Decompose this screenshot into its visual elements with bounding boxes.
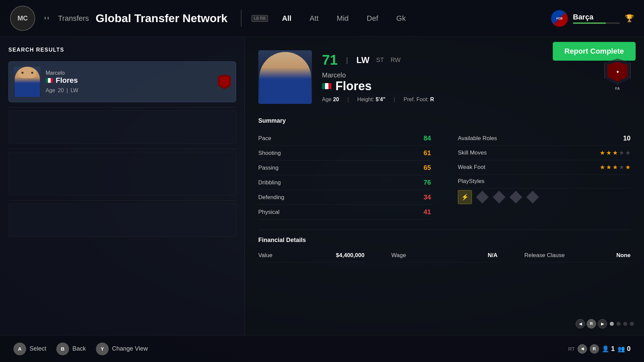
stat-physical: Physical 41 (258, 205, 431, 220)
card-club-crest (218, 74, 231, 89)
player-lastname-detail: Flores (335, 79, 372, 93)
left-stats: Pace 84 Shooting 61 Passing 65 Dribbling… (258, 131, 431, 220)
tab-def[interactable]: Def (359, 11, 385, 25)
action-select[interactable]: A Select (13, 343, 46, 355)
right-panel-detail: Report Complete ⚜ FA 71 | LW ST RW (245, 37, 644, 335)
action-y-btn[interactable]: Y (96, 343, 109, 355)
wstar-5: ★ (625, 164, 631, 171)
rating-divider: | (346, 56, 348, 64)
action-back[interactable]: B Back (56, 343, 86, 355)
playstyle-icon-1 (476, 191, 489, 203)
player-avatar-small (14, 67, 41, 97)
r-circle-btn[interactable]: ◀ (578, 344, 587, 354)
club-crest-detail: ⚜ FA (604, 59, 631, 90)
mexico-flag (46, 78, 53, 83)
action-change-view[interactable]: Y Change View (96, 343, 148, 355)
stat-defending: Defending 34 (258, 190, 431, 205)
action-select-label: Select (30, 345, 46, 352)
player-fullname: Marcelo Flores (322, 71, 631, 93)
star-1: ★ (600, 149, 605, 157)
page-dot-4 (630, 322, 634, 326)
page-dot-3 (623, 322, 627, 326)
wstar-4: ★ (619, 164, 624, 171)
stat-available-roles: Available Roles 10 (458, 131, 631, 146)
height-value: 5'4" (376, 97, 385, 102)
player-card-firstname: Marcelo (46, 70, 213, 76)
wstar-1: ★ (600, 164, 605, 171)
report-complete-button[interactable]: Report Complete (553, 42, 636, 61)
fin-value-row: Value $4,400,000 (258, 249, 365, 262)
player-card-position: LW (70, 87, 78, 94)
rt-section: RT ◀ R 👤 1 👥 0 (568, 344, 631, 354)
player-firstname-detail: Marcelo (322, 71, 631, 79)
bottom-actions: A Select B Back Y Change View (13, 343, 148, 355)
playstyle-icon-4 (526, 191, 539, 203)
star-4: ★ (619, 149, 624, 157)
app-title: Global Transfer Network (96, 12, 227, 25)
playstyle-icon-3 (509, 191, 522, 203)
empty-card-2 (8, 152, 236, 195)
r-label-badge: R (590, 344, 599, 354)
transfers-icon-badge: ⬆⬇ (44, 16, 50, 20)
tab-gk[interactable]: Gk (389, 11, 413, 25)
page-dot-1 (610, 322, 614, 326)
stat-weak-foot: Weak Foot ★ ★ ★ ★ ★ (458, 160, 631, 175)
divider-1 (8, 107, 236, 108)
fin-release-row: Release Clause None (524, 249, 631, 262)
weak-foot-stars: ★ ★ ★ ★ ★ (600, 164, 631, 171)
count2-section: 👥 0 (618, 345, 631, 353)
age-label: Age 20 (322, 97, 339, 103)
player-photo (258, 50, 312, 104)
lb-rb-badge: LB RB (252, 15, 268, 22)
page-dot-2 (616, 322, 621, 326)
club-badge-icon: FCB (551, 10, 568, 27)
app-logo: MC (10, 6, 35, 31)
rt-label: RT (568, 346, 575, 352)
page-prev-btn[interactable]: ◀ (576, 319, 585, 328)
page-r-btn[interactable]: R (587, 319, 596, 328)
bottom-bar: A Select B Back Y Change View RT ◀ R 👤 1… (0, 335, 644, 362)
foot-value: R (430, 97, 434, 102)
top-navigation: MC ⬆⬇ Transfers Global Transfer Network … (0, 0, 644, 37)
tab-all[interactable]: All (275, 11, 299, 25)
divider-3 (8, 200, 236, 201)
main-content: SEARCH RESULTS Marcelo (0, 37, 644, 335)
left-panel-search: SEARCH RESULTS Marcelo (0, 37, 245, 335)
count1-icon: 👤 (602, 345, 609, 353)
player-card-marcelo[interactable]: Marcelo Flores Age 20 | LW (8, 61, 236, 102)
skill-moves-stars: ★ ★ ★ ★ ★ (600, 149, 631, 157)
count2-icon: 👥 (618, 345, 625, 353)
divider-2 (8, 149, 236, 149)
action-b-btn[interactable]: B (56, 343, 69, 355)
age-value: 20 (333, 97, 339, 102)
count1-value: 1 (611, 345, 615, 353)
height-label: Height: 5'4" (357, 97, 385, 103)
right-nav: FCB Barça 🏆 (551, 10, 634, 27)
stat-shooting: Shooting 61 (258, 146, 431, 161)
trophy-icon: 🏆 (625, 14, 634, 23)
position-primary: LW (356, 55, 369, 65)
position-st: ST (376, 57, 384, 64)
right-stats: Available Roles 10 Skill Moves ★ ★ ★ ★ ★ (458, 131, 631, 220)
foot-label: Pref. Foot: R (404, 97, 434, 103)
action-a-btn[interactable]: A (13, 343, 26, 355)
wstar-2: ★ (606, 164, 611, 171)
count2-value: 0 (627, 345, 631, 353)
player-info-card: Marcelo Flores Age 20 | LW (46, 70, 213, 94)
empty-card-3 (8, 203, 236, 237)
tab-mid[interactable]: Mid (329, 11, 356, 25)
player-attributes-row: Age 20 | Height: 5'4" | Pref. Foot: R (322, 97, 631, 103)
stat-passing: Passing 65 (258, 161, 431, 175)
action-change-view-label: Change View (112, 345, 148, 352)
summary-section: Summary Pace 84 Shooting 61 Passing 65 (258, 117, 631, 220)
playstyle-special-icon: ⚡ (458, 190, 472, 204)
playstyles-icons: ⚡ (458, 190, 631, 204)
page-next-btn[interactable]: ▶ (598, 319, 607, 328)
fa-label: FA (604, 86, 631, 90)
tab-att[interactable]: Att (302, 11, 326, 25)
player-card-age: 20 (58, 87, 64, 94)
star-3: ★ (612, 149, 618, 157)
stat-pace: Pace 84 (258, 131, 431, 146)
club-bar (573, 22, 620, 24)
page-nav[interactable]: ◀ R ▶ (576, 319, 607, 328)
